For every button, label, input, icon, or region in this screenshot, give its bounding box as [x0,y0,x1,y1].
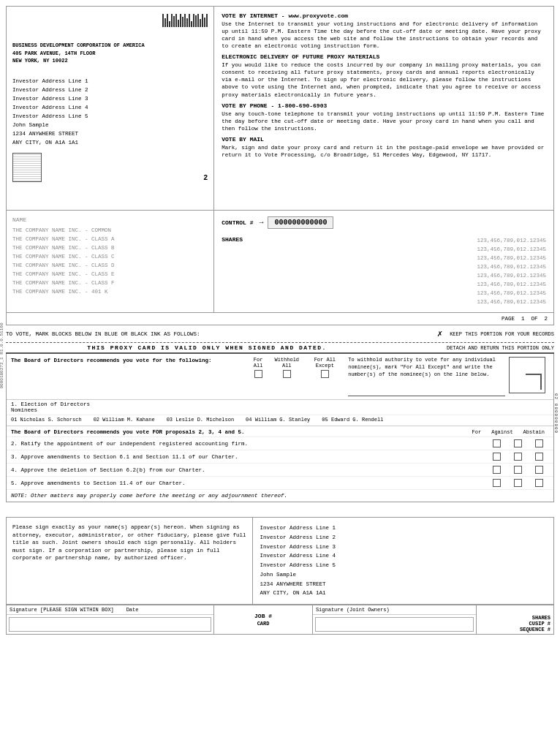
card-label: CARD [257,621,270,627]
sig-label-right: Signature (Joint Owners) [313,605,476,615]
proposal-row-2: 2. Ratify the appointment of our indepen… [7,437,553,450]
nominee-03: 03 Leslie D. Michelson [167,417,234,423]
company-address: BUSINESS DEVELOPMENT CORPORATION OF AMER… [12,42,208,65]
control-section: CONTROL # → 000000000000 SHARES 123,456,… [214,211,553,312]
proposal2-for[interactable] [493,439,501,447]
proposal5-against[interactable] [514,479,522,487]
nominee-01: 01 Nicholas S. Schorsch [11,417,82,423]
signature-box-left[interactable] [9,617,211,632]
side-code-right: 02 000000000 [553,393,559,434]
proposal2-against[interactable] [514,439,522,447]
proposal5-abstain[interactable] [535,479,543,487]
cusip-label: CUSIP # [529,621,550,627]
board-proposal-intro: The Board of Directors recommends you vo… [11,429,245,435]
nominee-04: 04 William G. Stanley [246,417,310,423]
nominee-02: 02 William M. Kahane [94,417,155,423]
withhold-all-checkbox[interactable] [283,370,291,378]
voting-instructions: VOTE BY INTERNET - www.proxyvote.com Use… [214,7,553,210]
proposal3-abstain[interactable] [535,453,543,461]
for-all-checkbox[interactable] [254,370,262,378]
nominees-list: 01 Nicholas S. Schorsch 02 William M. Ka… [7,415,553,426]
sig-label-left: Signature [PLEASE SIGN WITHIN BOX] Date [7,605,213,615]
proposal3-for[interactable] [493,453,501,461]
sequence-number: 2 [203,174,208,182]
name-section: NAME THE COMPANY NAME INC. - COMMON THE … [7,211,214,312]
withhold-instruction: To withhold authority to vote for any in… [348,357,496,377]
for-all-except-checkbox[interactable] [321,370,329,378]
proposal-row-4: 4. Approve the deletion of Section 6.2(b… [7,464,553,477]
signature-box-right[interactable] [315,617,474,632]
proposal4-abstain[interactable] [535,466,543,474]
arrow-icon: → [259,219,263,227]
shares-label-bottom: SHARES [532,615,550,621]
shares-values: 123,456,789,012.12345 123,456,789,012.12… [477,236,546,306]
proposal4-for[interactable] [493,466,501,474]
x-mark: ✗ [437,328,442,339]
nominee-05: 05 Edward G. Rendell [322,417,383,423]
proposal-row-3: 3. Approve amendments to Section 6.1 and… [7,450,553,464]
investor-address: Investor Address Line 1 Investor Address… [12,77,208,147]
proposal5-for[interactable] [493,479,501,487]
sign-instructions: Please sign exactly as your name(s) appe… [7,518,253,604]
proposal2-abstain[interactable] [535,439,543,447]
proposal3-against[interactable] [514,453,522,461]
voting-section: The Board of Directors recommends you vo… [6,354,554,502]
bottom-section: Please sign exactly as your name(s) appe… [6,517,554,635]
sequence-label: SEQUENCE # [520,627,550,632]
proposal4-against[interactable] [514,466,522,474]
proposal-row-5: 5. Approve amendments to Section 11.4 of… [7,477,553,490]
board-intro: The Board of Directors recommends you vo… [11,358,212,363]
side-code-left: 0000180272_1 R1.0.0.51160 [0,322,4,388]
page-info: PAGE 1 OF 2 [6,313,554,325]
qr-code [12,153,42,182]
investor-address-bottom: Investor Address Line 1 Investor Address… [253,518,553,604]
note-section: NOTE: Other matters may properly come be… [7,490,553,502]
vote-instruction-bar: TO VOTE, MARK BLOCKS BELOW IN BLUE OR BL… [6,325,554,343]
job-label: JOB # [254,613,272,619]
detach-bar: THIS PROXY CARD IS VALID ONLY WHEN SIGNE… [6,343,554,354]
